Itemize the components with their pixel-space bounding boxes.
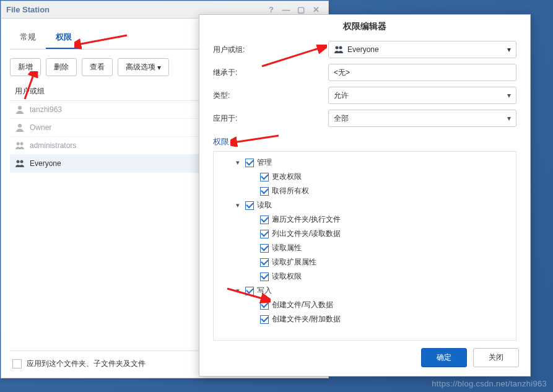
user-name: tanzhi963 <box>30 105 62 114</box>
disclose-icon[interactable]: ▾ <box>233 287 242 295</box>
tree-label: 创建文件夹/附加数据 <box>272 314 341 324</box>
checkbox-take-owner[interactable] <box>260 187 269 196</box>
tree-node-read[interactable]: ▾ 读取 <box>216 198 513 212</box>
inherit-input[interactable]: <无> <box>328 64 516 81</box>
svg-point-5 <box>20 160 24 163</box>
tree-leaf[interactable]: ▾ 创建文件夹/附加数据 <box>216 312 513 326</box>
checkbox-list[interactable] <box>260 230 269 238</box>
dialog-title: 权限编辑器 <box>199 15 530 37</box>
dialog-footer: 确定 关闭 <box>199 341 530 376</box>
checkbox-create-files[interactable] <box>260 301 269 310</box>
svg-point-0 <box>18 106 22 110</box>
label-type: 类型: <box>213 90 328 101</box>
tab-general[interactable]: 常规 <box>10 27 46 49</box>
tree-label: 创建文件/写入数据 <box>272 300 333 310</box>
tree-leaf[interactable]: ▾ 读取权限 <box>216 269 513 284</box>
disclose-icon[interactable]: ▾ <box>233 159 242 167</box>
tree-label: 更改权限 <box>272 172 302 182</box>
selected-type: 允许 <box>334 90 349 101</box>
chevron-down-icon: ▾ <box>507 114 511 123</box>
tree-label: 读取扩展属性 <box>272 257 316 268</box>
selected-user: Everyone <box>347 45 379 54</box>
advanced-button[interactable]: 高级选项▾ <box>118 58 169 76</box>
svg-point-3 <box>20 142 24 146</box>
chevron-down-icon: ▾ <box>507 91 511 100</box>
tree-leaf[interactable]: ▾ 读取属性 <box>216 241 513 255</box>
tree-label: 遍历文件夹/执行文件 <box>272 214 341 225</box>
tree-label: 取得所有权 <box>272 186 309 196</box>
tree-label: 读取权限 <box>272 271 302 282</box>
type-select[interactable]: 允许 ▾ <box>328 87 516 104</box>
checkbox-read-perm[interactable] <box>260 272 269 281</box>
checkbox-traverse[interactable] <box>260 216 269 224</box>
checkbox-read-attr[interactable] <box>260 244 269 253</box>
tree-label: 管理 <box>257 157 272 168</box>
apply-to-select[interactable]: 全部 ▾ <box>328 110 516 127</box>
checkbox-write[interactable] <box>245 287 254 295</box>
user-or-group-select[interactable]: Everyone ▾ <box>328 41 516 58</box>
tree-label: 列出文件夹/读取数据 <box>272 229 341 239</box>
chevron-down-icon: ▾ <box>507 45 511 54</box>
svg-point-6 <box>336 46 339 50</box>
checkbox-read-ext-attr[interactable] <box>260 258 269 267</box>
svg-point-1 <box>18 124 22 128</box>
user-name: administrators <box>30 141 76 150</box>
user-name: Owner <box>30 123 51 132</box>
tree-label: 写入 <box>257 285 272 296</box>
tree-leaf[interactable]: ▾ 读取扩展属性 <box>216 255 513 269</box>
selected-apply-to: 全部 <box>334 113 349 124</box>
tree-leaf[interactable]: ▾ 取得所有权 <box>216 184 513 198</box>
checkbox-read[interactable] <box>245 201 254 210</box>
tab-permissions[interactable]: 权限 <box>46 27 82 49</box>
ok-button[interactable]: 确定 <box>421 348 467 367</box>
apply-recursive-checkbox[interactable] <box>12 359 22 368</box>
user-icon <box>15 105 25 115</box>
checkbox-admin[interactable] <box>245 159 254 167</box>
user-name: Everyone <box>30 159 61 168</box>
group-icon <box>15 141 25 150</box>
disclose-icon[interactable]: ▾ <box>233 201 242 209</box>
tree-node-write[interactable]: ▾ 写入 <box>216 284 513 298</box>
tree-node-admin[interactable]: ▾ 管理 <box>216 155 513 170</box>
tree-leaf[interactable]: ▾ 列出文件夹/读取数据 <box>216 227 513 241</box>
svg-point-7 <box>339 46 342 50</box>
user-icon <box>15 123 25 133</box>
permissions-section-title: 权限 <box>199 133 530 150</box>
window-title: File Station <box>6 5 50 14</box>
tree-label: 读取属性 <box>272 243 302 253</box>
checkbox-create-folders[interactable] <box>260 315 269 324</box>
watermark: https://blog.csdn.net/tanzhi963 <box>432 379 547 388</box>
chevron-down-icon: ▾ <box>157 63 161 72</box>
label-inherit: 继承于: <box>213 68 328 78</box>
view-button[interactable]: 查看 <box>82 58 113 76</box>
permission-editor-dialog: 权限编辑器 用户或组: Everyone ▾ 继承于: <无> 类型: 允许 ▾… <box>199 14 531 377</box>
add-button[interactable]: 新增 <box>10 58 41 76</box>
label-apply-to: 应用于: <box>213 113 328 124</box>
svg-point-2 <box>17 142 20 146</box>
group-icon <box>15 159 25 168</box>
group-icon <box>334 45 344 54</box>
apply-recursive-label: 应用到这个文件夹、子文件夹及文件 <box>27 359 146 369</box>
tree-leaf[interactable]: ▾ 更改权限 <box>216 170 513 184</box>
delete-button[interactable]: 删除 <box>46 58 77 76</box>
close-button[interactable]: 关闭 <box>473 348 519 367</box>
tree-leaf[interactable]: ▾ 创建文件/写入数据 <box>216 298 513 312</box>
tree-label: 读取 <box>257 200 272 211</box>
tree-leaf[interactable]: ▾ 遍历文件夹/执行文件 <box>216 212 513 227</box>
label-user-or-group: 用户或组: <box>213 45 328 55</box>
checkbox-change-perm[interactable] <box>260 173 269 181</box>
svg-point-4 <box>17 160 20 163</box>
permission-tree[interactable]: ▾ 管理 ▾ 更改权限 ▾ 取得所有权 ▾ 读取 ▾ 遍历文件夹/执行文件 ▾ … <box>213 151 516 341</box>
